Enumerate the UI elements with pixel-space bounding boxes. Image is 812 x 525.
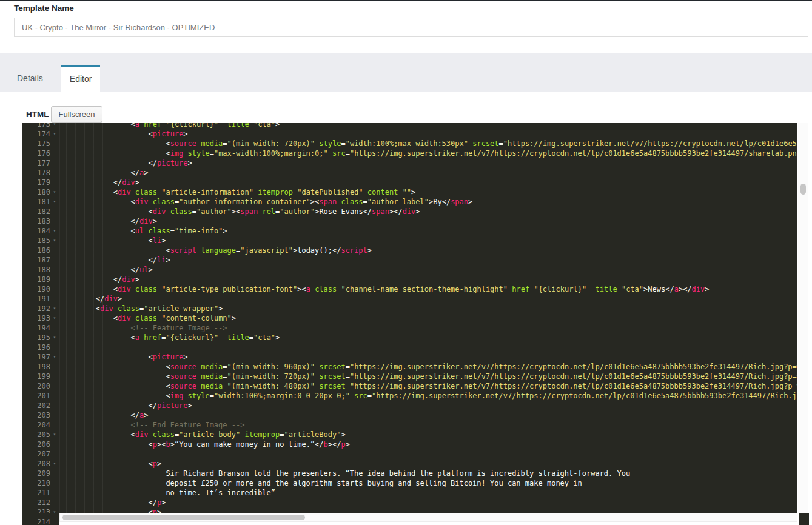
line-number: 194	[22, 323, 59, 333]
fold-arrow-icon[interactable]: ▾	[51, 189, 58, 196]
line-number: 200	[22, 381, 59, 391]
fold-arrow-icon[interactable]: ▾	[51, 198, 58, 206]
line-number: 189	[22, 275, 59, 284]
editor-toolbar: HTML Fullscreen	[26, 106, 102, 122]
line-number: 185▾	[22, 236, 59, 246]
line-number: 174▾	[22, 129, 59, 139]
tab-editor[interactable]: Editor	[61, 65, 101, 92]
line-number: 191	[22, 294, 59, 304]
fold-arrow-icon[interactable]: ▾	[51, 353, 58, 361]
fold-arrow-icon[interactable]: ▾	[51, 123, 58, 128]
gutter-overflow: 214	[22, 513, 59, 525]
code-line[interactable]: 192▾ <div class="article-wrapper">	[22, 304, 797, 313]
line-number: 190	[22, 284, 59, 294]
vertical-scrollbar[interactable]	[798, 123, 808, 513]
vertical-scrollbar-thumb[interactable]	[800, 184, 806, 195]
line-number: 184▾	[22, 226, 59, 236]
line-number: 193▾	[22, 313, 59, 323]
code-line[interactable]: 177 </picture>	[22, 158, 797, 168]
fold-arrow-icon[interactable]: ▾	[51, 509, 58, 513]
scrollbar-corner	[799, 513, 809, 525]
line-number: 213▾	[22, 507, 59, 513]
code-line[interactable]: 207	[22, 449, 797, 459]
code-line[interactable]: 210 deposit £250 or more and the algorit…	[22, 478, 797, 488]
line-number: 188	[22, 265, 59, 275]
line-number: 201	[22, 391, 59, 401]
line-number: 192▾	[22, 304, 59, 313]
code-line[interactable]: 173▾ <a href="{clickurl}" title="cta">	[22, 123, 797, 129]
code-line[interactable]: 189 </div>	[22, 275, 797, 284]
line-number: 206	[22, 440, 59, 449]
code-line[interactable]: 195▾ <a href="{clickurl}" title="cta">	[22, 333, 797, 343]
line-number: 179	[22, 178, 59, 187]
tab-details[interactable]: Details	[10, 65, 50, 92]
code-line[interactable]: 200 <source media="(min-width: 480px)" s…	[22, 381, 797, 391]
line-number: 197▾	[22, 352, 59, 362]
code-line[interactable]: 198 <source media="(min-width: 960px)" s…	[22, 362, 797, 372]
line-number: 198	[22, 362, 59, 372]
code-line[interactable]: 199 <source media="(min-width: 720px)" s…	[22, 372, 797, 381]
code-line[interactable]: 206 <p><b>“You can make money in no time…	[22, 440, 797, 449]
code-line[interactable]: 208▾ <p>	[22, 459, 797, 469]
template-name-input[interactable]	[14, 18, 808, 37]
template-editor-page: Template Name Details Editor HTML Fullsc…	[0, 0, 812, 525]
horizontal-scrollbar-thumb[interactable]	[62, 515, 305, 520]
code-line[interactable]: 213▾ <p>	[22, 507, 797, 513]
admin-top-border	[0, 0, 812, 1]
code-line[interactable]: 180▾ <div class="article-information" it…	[22, 187, 797, 197]
code-line[interactable]: 193▾ <div class="content-column">	[22, 313, 797, 323]
line-number: 183	[22, 216, 59, 226]
code-line[interactable]: 174▾ <picture>	[22, 129, 797, 139]
code-line[interactable]: 212 </p>	[22, 498, 797, 507]
code-line[interactable]: 187 </li>	[22, 255, 797, 265]
line-number: 196	[22, 343, 59, 352]
code-line[interactable]: 183 </div>	[22, 216, 797, 226]
code-line[interactable]: 197▾ <picture>	[22, 352, 797, 362]
code-line[interactable]: 185▾ <li>	[22, 236, 797, 246]
code-line[interactable]: 202 </picture>	[22, 401, 797, 410]
fold-arrow-icon[interactable]: ▾	[51, 305, 58, 312]
code-line[interactable]: 190 <div class="article-type publication…	[22, 284, 797, 294]
fold-arrow-icon[interactable]: ▾	[51, 334, 58, 341]
fold-arrow-icon[interactable]: ▾	[51, 431, 58, 438]
code-line[interactable]: 178 </a>	[22, 168, 797, 178]
fold-arrow-icon[interactable]: ▾	[51, 130, 58, 138]
code-editor[interactable]: 173▾ <a href="{clickurl}" title="cta">17…	[22, 123, 797, 513]
code-line[interactable]: 188 </ul>	[22, 265, 797, 275]
code-line[interactable]: 182 <div class="author"><span rel="autho…	[22, 207, 797, 216]
line-number: 210	[22, 478, 59, 488]
line-number: 211	[22, 488, 59, 498]
code-line[interactable]: 203 </a>	[22, 410, 797, 420]
code-line[interactable]: 204 <!-- End Feature Image -->	[22, 420, 797, 430]
line-number: 212	[22, 498, 59, 507]
line-number: 207	[22, 449, 59, 459]
fullscreen-button[interactable]: Fullscreen	[51, 106, 103, 122]
line-number: 180▾	[22, 187, 59, 197]
line-number: 186	[22, 246, 59, 255]
code-line[interactable]: 176 <img style="max-width:100%;margin:0;…	[22, 149, 797, 158]
fold-arrow-icon[interactable]: ▾	[51, 237, 58, 244]
fold-arrow-icon[interactable]: ▾	[51, 460, 58, 467]
code-line[interactable]: 175 <source media="(min-width: 720px)" s…	[22, 139, 797, 149]
line-number: 187	[22, 255, 59, 265]
line-number: 181▾	[22, 197, 59, 207]
code-line[interactable]: 184▾ <ul class="time-info">	[22, 226, 797, 236]
template-name-label: Template Name	[14, 4, 74, 13]
code-line[interactable]: 191 </div>	[22, 294, 797, 304]
code-line[interactable]: 181▾ <div class="author-information-cont…	[22, 197, 797, 207]
code-line[interactable]: 186 <script language="javascript">today(…	[22, 246, 797, 255]
html-label: HTML	[26, 110, 49, 119]
code-line[interactable]: 205▾ <div class="article-body" itemprop=…	[22, 430, 797, 440]
line-number: 209	[22, 469, 59, 478]
fold-arrow-icon[interactable]: ▾	[51, 227, 58, 235]
code-line[interactable]: 201 <img style="width:100%;margin:0 0 20…	[22, 391, 797, 401]
fold-arrow-icon[interactable]: ▾	[51, 315, 58, 322]
code-line[interactable]: 179 </div>	[22, 178, 797, 187]
code-line[interactable]: 211 no time. It’s incredible”	[22, 488, 797, 498]
horizontal-scrollbar[interactable]	[59, 513, 797, 522]
line-number: 204	[22, 420, 59, 430]
code-line[interactable]: 209 Sir Richard Branson told the present…	[22, 469, 797, 478]
code-line[interactable]: 194 <!-- Feature Image -->	[22, 323, 797, 333]
line-number: 214	[22, 517, 50, 525]
code-line[interactable]: 196	[22, 343, 797, 352]
